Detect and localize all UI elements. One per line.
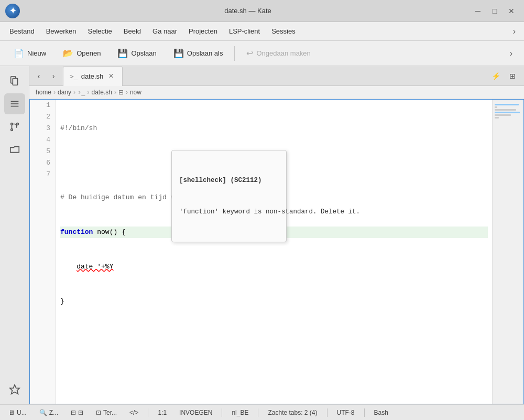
filetype-label: Bash xyxy=(374,409,388,416)
status-language[interactable]: nl_BE xyxy=(228,408,252,417)
menu-lsp-client[interactable]: LSP-client xyxy=(224,25,265,37)
code-line-1: #!/bin/sh xyxy=(60,123,488,134)
status-position[interactable]: 1:1 xyxy=(155,408,170,417)
minimap-line-1 xyxy=(495,104,519,105)
editor-area: ‹ › >_ date.sh ✕ ⚡ ⊞ home › dany › ›_ › … xyxy=(29,66,524,404)
line-num-3: 3 xyxy=(30,123,56,134)
minimize-button[interactable]: ─ xyxy=(471,4,485,18)
code-editor[interactable]: 1 2 3 4 5 6 7 #!/bin/sh # De huidige dat… xyxy=(29,99,524,404)
quick-open-button[interactable]: ⚡ xyxy=(488,69,503,83)
terminal-icon: 🖥 xyxy=(8,409,15,416)
menu-selectie[interactable]: Selectie xyxy=(83,25,117,37)
line-num-2: 2 xyxy=(30,111,56,123)
menubar: Bestand Bewerken Selectie Beeld Ga naar … xyxy=(0,22,524,41)
tab-datesh[interactable]: >_ date.sh ✕ xyxy=(63,66,123,86)
breadcrumb-function-icon[interactable]: ⊟ xyxy=(118,89,124,96)
status-indent[interactable]: Zachte tabs: 2 (4) xyxy=(265,408,320,417)
titlebar: ✦ date.sh — Kate ─ □ ✕ xyxy=(0,0,524,22)
undo-icon: ↩ xyxy=(246,48,253,58)
status-filetype[interactable]: Bash xyxy=(371,408,391,417)
open-button[interactable]: 📂 Openen xyxy=(56,45,108,61)
minimap-line-5 xyxy=(495,114,511,116)
tab-prefix: >_ xyxy=(70,72,78,80)
code-line-5: date '+%Y xyxy=(60,261,488,273)
line-num-5: 5 xyxy=(30,146,56,157)
breadcrumb-home[interactable]: home xyxy=(36,89,51,96)
statusbar-sep-2 xyxy=(222,408,222,417)
status-terminal[interactable]: 🖥 U... xyxy=(5,408,30,417)
status-encoding[interactable]: UTF-8 xyxy=(334,408,358,417)
status-location[interactable]: ⊡ Ter... xyxy=(93,408,120,417)
save-label: Opslaan xyxy=(131,49,156,57)
breadcrumb-shell[interactable]: ›_ xyxy=(78,89,85,96)
sidebar-item-list[interactable] xyxy=(4,93,25,114)
minimap-line-2 xyxy=(495,106,497,108)
breadcrumb-dany[interactable]: dany xyxy=(58,89,71,96)
line-num-1: 1 xyxy=(30,100,56,111)
minimap-line-6 xyxy=(495,117,499,119)
status-file[interactable]: ⊟ ⊟ xyxy=(68,408,86,417)
breadcrumb-datesh[interactable]: date.sh xyxy=(92,89,112,96)
code-content[interactable]: #!/bin/sh # De huidige datum en tijd wee… xyxy=(56,100,492,404)
statusbar-sep-1 xyxy=(148,408,148,417)
search-icon: 🔍 xyxy=(39,409,47,416)
keyword-function: function xyxy=(60,228,93,236)
function-name: now() { xyxy=(93,228,125,236)
statusbar-sep-4 xyxy=(327,408,328,417)
tab-prev-button[interactable]: ‹ xyxy=(31,69,46,83)
sidebar-item-plugins[interactable] xyxy=(4,379,25,400)
svg-rect-1 xyxy=(13,78,17,85)
code-line-7 xyxy=(60,330,488,342)
undo-button[interactable]: ↩ Ongedaan maken xyxy=(239,45,318,61)
open-icon: 📂 xyxy=(63,48,73,58)
menu-beeld[interactable]: Beeld xyxy=(118,25,146,37)
mode-label: INVOEGEN xyxy=(179,409,212,416)
tooltip-body: 'function' keyword is non-standard. Dele… xyxy=(179,207,279,217)
menu-bestand[interactable]: Bestand xyxy=(4,25,40,37)
status-mode[interactable]: INVOEGEN xyxy=(176,408,215,417)
encoding-label: UTF-8 xyxy=(337,409,355,416)
line-numbers: 1 2 3 4 5 6 7 xyxy=(30,100,56,404)
sidebar-item-documents[interactable] xyxy=(4,70,25,91)
menu-ga-naar[interactable]: Ga naar xyxy=(147,25,182,37)
new-button[interactable]: 📄 Nieuw xyxy=(6,45,53,61)
line-num-4: 4 xyxy=(30,134,56,146)
toolbar-more-button[interactable]: › xyxy=(505,46,518,61)
menu-projecten[interactable]: Projecten xyxy=(183,25,223,37)
tab-actions: ⚡ ⊞ xyxy=(488,69,524,83)
toolbar-separator xyxy=(234,46,235,61)
menu-more-button[interactable]: › xyxy=(509,25,520,38)
status-symbols[interactable]: </> xyxy=(126,408,141,417)
status-search[interactable]: 🔍 Z... xyxy=(36,408,61,417)
tab-close-button[interactable]: ✕ xyxy=(106,71,116,81)
sidebar-item-folder[interactable] xyxy=(4,139,25,160)
breadcrumb-now[interactable]: now xyxy=(130,89,141,96)
maximize-button[interactable]: □ xyxy=(487,4,502,18)
save-button[interactable]: 💾 Opslaan xyxy=(110,45,163,61)
close-button[interactable]: ✕ xyxy=(504,4,519,18)
lsp-tooltip: [shellcheck] (SC2112) 'function' keyword… xyxy=(171,150,287,242)
tab-next-button[interactable]: › xyxy=(46,69,61,83)
svg-point-5 xyxy=(10,123,13,125)
window-title: date.sh — Kate xyxy=(25,7,471,15)
sidebar-item-git[interactable] xyxy=(4,116,25,137)
sidebar xyxy=(0,66,29,404)
saveas-label: Opslaan als xyxy=(187,49,223,57)
window-controls: ─ □ ✕ xyxy=(471,4,519,18)
main-layout: ‹ › >_ date.sh ✕ ⚡ ⊞ home › dany › ›_ › … xyxy=(0,66,524,404)
symbols-label: </> xyxy=(129,409,138,416)
minimap-line-4 xyxy=(495,112,520,113)
saveas-button[interactable]: 💾 Opslaan als xyxy=(166,45,231,61)
open-label: Openen xyxy=(77,49,101,57)
location-label: Ter... xyxy=(103,409,117,416)
tab-name: date.sh xyxy=(81,72,104,80)
minimap[interactable] xyxy=(492,100,523,404)
svg-marker-9 xyxy=(9,385,19,394)
position-label: 1:1 xyxy=(158,409,167,416)
menu-bewerken[interactable]: Bewerken xyxy=(41,25,82,37)
tooltip-title: [shellcheck] (SC2112) xyxy=(179,176,279,186)
minimap-line-3 xyxy=(495,109,516,111)
menu-sessies[interactable]: Sessies xyxy=(266,25,301,37)
split-view-button[interactable]: ⊞ xyxy=(505,69,520,83)
new-icon: 📄 xyxy=(14,48,24,58)
